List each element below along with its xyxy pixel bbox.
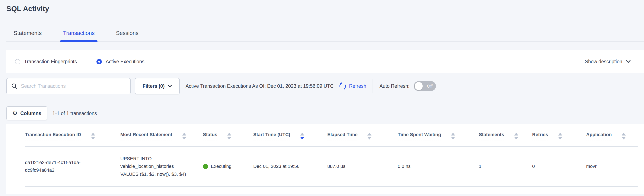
view-options-bar: Transaction Fingerprints Active Executio… xyxy=(6,50,644,73)
columns-label: Columns xyxy=(20,111,41,116)
refresh-label: Refresh xyxy=(349,83,366,89)
radio-label: Active Executions xyxy=(106,59,144,65)
column-header-start-time[interactable]: Start Time (UTC) xyxy=(253,132,327,140)
executing-status-dot xyxy=(203,164,208,169)
radio-label: Transaction Fingerprints xyxy=(24,59,77,65)
table-row[interactable]: da1f21e2-de71-4c1f-a1da-dc9fc94a84a2 UPS… xyxy=(25,147,638,187)
radio-circle-unselected[interactable] xyxy=(15,59,20,64)
sort-icon[interactable] xyxy=(91,133,95,140)
column-header-statements[interactable]: Statements xyxy=(479,132,532,140)
toggle-knob[interactable] xyxy=(414,82,423,90)
gear-icon: ⚙ xyxy=(12,111,18,116)
show-description-label: Show description xyxy=(585,59,622,65)
cell-start-time: Dec 01, 2023 at 19:56 xyxy=(253,163,327,170)
sort-icon[interactable] xyxy=(182,133,186,140)
tab-transactions[interactable]: Transactions xyxy=(60,30,98,41)
sort-icon[interactable] xyxy=(558,133,562,140)
column-header-status[interactable]: Status xyxy=(203,132,253,140)
cell-elapsed-time: 887.0 µs xyxy=(327,163,398,170)
sort-icon[interactable] xyxy=(227,133,231,140)
auto-refresh-label: Auto Refresh: xyxy=(380,83,410,89)
radio-circle-selected[interactable] xyxy=(96,59,102,64)
tab-statements[interactable]: Statements xyxy=(11,30,45,41)
sort-icon-active-desc[interactable] xyxy=(300,133,304,140)
column-header-most-recent-statement[interactable]: Most Recent Statement xyxy=(120,132,203,140)
refresh-button[interactable]: Refresh xyxy=(339,82,366,90)
column-header-time-spent-waiting[interactable]: Time Spent Waiting xyxy=(398,132,479,140)
cell-retries: 0 xyxy=(532,163,586,170)
sort-icon[interactable] xyxy=(514,133,518,140)
table-controls-row: ⚙ Columns 1-1 of 1 transactions xyxy=(6,106,644,120)
cell-application: movr xyxy=(586,163,638,170)
view-mode-radio-group: Transaction Fingerprints Active Executio… xyxy=(15,59,144,65)
search-box[interactable] xyxy=(6,78,130,94)
cell-status: Executing xyxy=(203,163,253,170)
sort-icon[interactable] xyxy=(451,133,455,140)
sort-icon[interactable] xyxy=(622,133,626,140)
cell-most-recent-statement: UPSERT INTO vehicle_location_histories V… xyxy=(120,155,192,178)
toggle-state-label: Off xyxy=(427,84,432,89)
cell-time-spent-waiting: 0.0 ns xyxy=(398,163,479,170)
column-header-transaction-execution-id[interactable]: Transaction Execution ID xyxy=(25,132,120,140)
refresh-icon xyxy=(339,82,346,90)
vertical-divider xyxy=(372,79,373,93)
page-title: SQL Activity xyxy=(0,0,644,13)
radio-active-executions[interactable]: Active Executions xyxy=(96,59,144,65)
columns-button[interactable]: ⚙ Columns xyxy=(6,106,47,120)
filters-button[interactable]: Filters (0) xyxy=(135,78,180,94)
tab-sessions[interactable]: Sessions xyxy=(113,30,142,41)
column-header-application[interactable]: Application xyxy=(586,132,638,140)
search-input[interactable] xyxy=(21,83,126,89)
chevron-down-icon xyxy=(626,60,631,63)
cell-statements: 1 xyxy=(479,163,532,170)
column-header-elapsed-time[interactable]: Elapsed Time xyxy=(327,132,398,140)
search-icon xyxy=(11,83,18,89)
table-header-row: Transaction Execution ID Most Recent Sta… xyxy=(25,124,638,147)
tab-bar: Statements Transactions Sessions xyxy=(6,30,644,41)
show-description-toggle[interactable]: Show description xyxy=(585,59,631,65)
auto-refresh-toggle[interactable]: Off xyxy=(414,81,436,91)
as-of-timestamp: Active Transaction Executions As Of: Dec… xyxy=(186,83,334,89)
radio-transaction-fingerprints[interactable]: Transaction Fingerprints xyxy=(15,59,77,65)
transactions-table: Transaction Execution ID Most Recent Sta… xyxy=(6,124,644,194)
cell-transaction-execution-id[interactable]: da1f21e2-de71-4c1f-a1da-dc9fc94a84a2 xyxy=(25,159,82,174)
chevron-down-icon xyxy=(168,85,172,88)
results-count: 1-1 of 1 transactions xyxy=(52,111,97,116)
column-header-retries[interactable]: Retries xyxy=(532,132,586,140)
sort-icon[interactable] xyxy=(367,133,372,140)
filters-label: Filters (0) xyxy=(142,83,165,89)
search-and-refresh-row: Filters (0) Active Transaction Execution… xyxy=(6,78,644,94)
status-label: Executing xyxy=(211,163,232,170)
